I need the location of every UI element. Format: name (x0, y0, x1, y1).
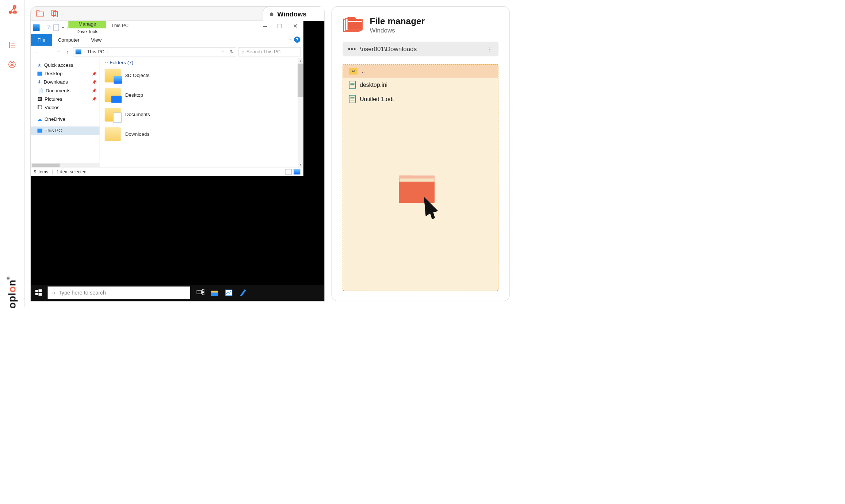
tab-status-dot-icon (269, 12, 273, 16)
folder-tab-icon[interactable] (36, 10, 44, 17)
panel-subtitle: Windows (370, 27, 425, 34)
nav-fwd-icon[interactable]: → (45, 49, 53, 55)
file-drop-zone[interactable]: ↩ .. desktop.ini Untitled 1.odt (343, 64, 498, 291)
quickaccess-check-icon[interactable]: ☑ (46, 24, 51, 30)
dir-up-icon: ↩ (349, 68, 358, 74)
top-tabbar: Windows (30, 6, 325, 21)
nav-back-icon[interactable]: ← (34, 49, 42, 55)
refresh-icon[interactable]: ↻ (230, 49, 234, 55)
nav-documents[interactable]: 📄Documents📌 (31, 86, 99, 95)
pin-icon[interactable]: 📌 (92, 71, 96, 76)
search-icon: ⌕ (52, 290, 55, 296)
nav-up-icon[interactable]: ↑ (65, 49, 71, 55)
close-icon[interactable]: ✕ (293, 23, 298, 34)
titlebar-dropdown-icon[interactable]: ▼ (61, 26, 64, 29)
nav-onedrive[interactable]: ☁OneDrive (31, 115, 99, 123)
ribbon-view[interactable]: View (85, 34, 107, 46)
manage-tab[interactable]: Manage (68, 21, 106, 28)
file-name: Untitled 1.odt (360, 96, 394, 103)
taskbar-search[interactable]: ⌕ Type here to search (48, 286, 190, 299)
addr-chevron-icon[interactable]: › (107, 50, 108, 54)
path-more-icon[interactable]: ••• (348, 45, 356, 53)
file-icon (349, 81, 356, 89)
taskbar-explorer-icon[interactable] (210, 289, 219, 297)
breadcrumb[interactable]: This PC (87, 49, 104, 55)
svg-rect-26 (211, 293, 218, 296)
folder-downloads[interactable]: Downloads (105, 127, 303, 141)
taskbar-app1-icon[interactable] (225, 289, 233, 297)
titlebar-file-icon[interactable] (53, 24, 59, 31)
nav-videos[interactable]: 🎞Videos (31, 103, 99, 112)
file-manager-header-icon (343, 16, 363, 34)
path-menu-icon[interactable]: ⋮ (487, 45, 493, 53)
explorer-nav-pane[interactable]: ★Quick access Desktop📌 ⬇Downloads📌 📄Docu… (31, 58, 100, 168)
windows-taskbar[interactable]: ⌕ Type here to search (31, 285, 324, 301)
svg-point-15 (11, 62, 13, 65)
ribbon: File Computer View ﹀ ? (31, 34, 303, 46)
folders-group-header[interactable]: ﹀ Folders (7) (105, 59, 303, 65)
folder-icon (105, 88, 121, 102)
ribbon-computer[interactable]: Computer (52, 34, 85, 46)
svg-point-9 (9, 45, 10, 46)
pin-icon[interactable]: 📌 (92, 80, 96, 84)
taskbar-app2-icon[interactable] (239, 289, 247, 297)
start-icon[interactable] (35, 289, 42, 296)
address-bar-row: ← → ﹀ ↑ › This PC › ﹀ ↻ (31, 46, 303, 58)
nav-desktop[interactable]: Desktop📌 (31, 69, 99, 78)
folder-3d-objects[interactable]: 3D Objects (105, 69, 303, 82)
ribbon-chevron-down-icon[interactable]: ﹀ (289, 38, 292, 42)
svg-rect-19 (39, 289, 42, 292)
nav-downloads[interactable]: ⬇Downloads📌 (31, 78, 99, 86)
pin-icon[interactable]: 📌 (92, 88, 96, 93)
nav-pictures[interactable]: 🖼Pictures📌 (31, 95, 99, 103)
path-bar: ••• \user001\Downloads ⋮ (343, 42, 498, 56)
addr-pc-icon (76, 49, 81, 54)
user-icon[interactable] (8, 61, 16, 68)
pin-icon[interactable]: 📌 (92, 97, 96, 101)
task-view-icon[interactable] (196, 289, 204, 297)
tab-windows[interactable]: Windows (263, 7, 324, 21)
taskbar-search-placeholder: Type here to search (58, 290, 106, 296)
file-row[interactable]: desktop.ini (343, 78, 498, 92)
explorer-status-bar: 9 items | 1 item selected (31, 168, 303, 176)
content-scrollbar[interactable]: ▲▼ (298, 58, 303, 168)
folder-icon (105, 108, 121, 122)
current-path[interactable]: \user001\Downloads (360, 45, 417, 53)
sysmenu-icon[interactable] (33, 24, 39, 31)
minimize-icon[interactable]: ─ (263, 23, 267, 34)
list-icon[interactable] (8, 41, 16, 49)
nav-this-pc[interactable]: This PC (31, 126, 99, 135)
svg-point-10 (9, 47, 10, 48)
help-icon[interactable]: ? (294, 36, 300, 43)
view-details-icon[interactable] (285, 169, 292, 174)
copy-tab-icon[interactable] (51, 10, 58, 18)
vm-viewport[interactable]: | ☑ ▼ | Manage Drive Tools This PC ─ (30, 21, 325, 301)
svg-rect-31 (399, 182, 435, 203)
nav-quick-access[interactable]: ★Quick access (31, 61, 99, 69)
svg-text:S: S (14, 6, 15, 8)
folder-desktop[interactable]: Desktop (105, 88, 303, 102)
search-icon: ⌕ (241, 49, 244, 55)
folder-documents[interactable]: Documents (105, 108, 303, 122)
brand-text: oplon® (6, 276, 18, 307)
dir-up-row[interactable]: ↩ .. (343, 65, 498, 78)
contextual-tab-group: Manage Drive Tools (68, 21, 106, 34)
status-selected-count: 1 item selected (57, 169, 87, 174)
maximize-icon[interactable]: ☐ (277, 23, 282, 34)
search-placeholder: Search This PC (246, 49, 281, 55)
addr-history-icon[interactable]: ﹀ (221, 50, 226, 54)
ribbon-file[interactable]: File (31, 34, 52, 46)
address-bar[interactable]: › This PC › ﹀ ↻ (73, 47, 236, 56)
file-manager-panel: File manager Windows ••• \user001\Downlo… (332, 6, 510, 301)
osa-logo-icon: SA (6, 4, 18, 17)
dir-up-label: .. (362, 68, 365, 74)
nav-recent-icon[interactable]: ﹀ (56, 50, 62, 54)
addr-chevron-icon[interactable]: › (84, 50, 85, 54)
search-input[interactable]: ⌕ Search This PC (238, 47, 301, 56)
file-explorer-window[interactable]: | ☑ ▼ | Manage Drive Tools This PC ─ (31, 21, 303, 176)
view-thumbs-icon[interactable] (294, 169, 300, 174)
file-row[interactable]: Untitled 1.odt (343, 92, 498, 106)
explorer-content[interactable]: ﹀ Folders (7) 3D Objects Desktop Documen… (100, 58, 303, 168)
svg-rect-21 (39, 293, 42, 296)
nav-horizontal-scrollbar[interactable] (31, 163, 99, 168)
